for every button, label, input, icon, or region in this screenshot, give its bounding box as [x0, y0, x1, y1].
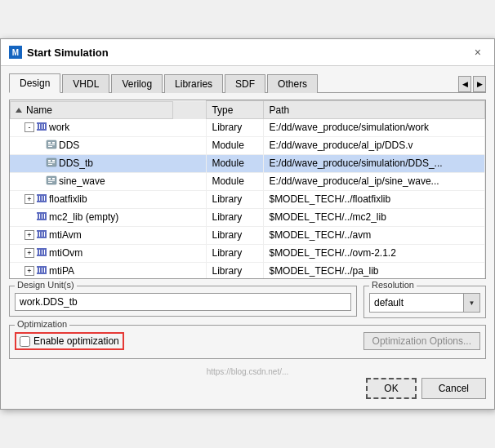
table-row[interactable]: DDSModuleE:/dd/wave_produce/al_ip/DDS.v	[10, 136, 485, 154]
library-icon	[36, 264, 47, 278]
svg-rect-32	[37, 212, 47, 214]
row-path: $MODEL_TECH/../avm	[264, 226, 485, 244]
svg-rect-21	[37, 201, 47, 202]
row-type: Library	[207, 262, 264, 279]
tabs-container: Design VHDL Verilog Libraries SDF Others…	[9, 73, 486, 93]
resolution-select[interactable]: default 1ns 1ps 1fs	[370, 295, 463, 311]
svg-rect-17	[48, 178, 51, 180]
library-icon	[36, 121, 47, 135]
svg-rect-26	[37, 194, 47, 196]
row-name: mc2_lib (empty)	[49, 211, 118, 223]
svg-rect-37	[45, 231, 47, 237]
svg-rect-24	[42, 195, 44, 201]
col-header-name: Name	[16, 104, 52, 116]
row-path: E:/dd/wave_produce/al_ip/DDS.v	[264, 136, 485, 154]
tree-expand-btn[interactable]: +	[25, 266, 34, 276]
svg-rect-41	[40, 249, 42, 255]
resolution-label: Resolution	[369, 280, 417, 290]
tab-nav-right[interactable]: ▶	[473, 76, 486, 92]
table-row[interactable]: + mtiPALibrary$MODEL_TECH/../pa_lib	[10, 262, 485, 279]
optimization-section: Optimization Enable optimization Optimiz…	[9, 325, 486, 359]
table-row[interactable]: sine_waveModuleE:/dd/wave_produce/al_ip/…	[10, 172, 485, 190]
module-icon	[46, 157, 57, 171]
svg-rect-30	[42, 213, 44, 219]
svg-rect-10	[48, 146, 52, 147]
tree-expand-btn[interactable]: +	[25, 194, 34, 204]
table-row[interactable]: + floatfixlibLibrary$MODEL_TECH/../float…	[10, 190, 485, 208]
svg-rect-2	[40, 123, 42, 129]
optimization-label: Optimization	[15, 319, 69, 329]
tree-expand-btn[interactable]: -	[25, 122, 34, 132]
enable-optimization-checkbox[interactable]	[20, 336, 30, 347]
file-tree-table[interactable]: Name Type Path - workLibraryE:/dd/wave_p…	[9, 100, 486, 279]
table-row[interactable]: mc2_lib (empty)Library$MODEL_TECH/../mc2…	[10, 208, 485, 226]
svg-rect-15	[48, 164, 52, 165]
table-row[interactable]: - workLibraryE:/dd/wave_produce/simulati…	[10, 119, 485, 137]
app-icon: M	[9, 46, 22, 59]
svg-rect-22	[38, 195, 39, 201]
svg-rect-44	[37, 248, 47, 250]
library-icon	[36, 228, 47, 242]
svg-rect-7	[48, 142, 51, 144]
cancel-button[interactable]: Cancel	[421, 378, 486, 399]
svg-rect-1	[38, 123, 39, 129]
svg-rect-31	[45, 213, 47, 219]
svg-rect-19	[48, 180, 55, 181]
svg-rect-49	[45, 267, 47, 273]
row-path: E:/dd/wave_produce/simulation/DDS_...	[264, 154, 485, 172]
svg-rect-39	[37, 255, 47, 256]
library-icon	[36, 211, 47, 224]
row-type: Module	[207, 154, 264, 172]
svg-rect-46	[38, 267, 39, 273]
design-unit-group: Design Unit(s)	[9, 286, 357, 317]
library-icon	[36, 246, 47, 260]
svg-rect-18	[52, 178, 55, 180]
optimization-options-button[interactable]: Optimization Options...	[363, 332, 480, 350]
col-header-type: Type	[207, 101, 264, 119]
enable-optimization-label[interactable]: Enable optimization	[15, 332, 124, 350]
optimization-row: Enable optimization Optimization Options…	[15, 332, 480, 350]
svg-rect-34	[38, 231, 39, 237]
tab-verilog[interactable]: Verilog	[111, 74, 163, 93]
row-name: DDS	[59, 140, 79, 151]
tab-vhdl[interactable]: VHDL	[62, 74, 109, 93]
row-name: mtiAvm	[49, 229, 82, 241]
sort-icon	[16, 108, 22, 113]
svg-rect-40	[38, 249, 39, 255]
close-button[interactable]: ×	[470, 44, 486, 60]
svg-rect-38	[37, 230, 47, 232]
tab-sdf[interactable]: SDF	[225, 74, 265, 93]
dialog-buttons: OK Cancel	[9, 378, 486, 402]
svg-rect-25	[45, 195, 47, 201]
svg-rect-4	[45, 123, 47, 129]
row-name: sine_wave	[59, 175, 105, 187]
table-row[interactable]: + mtiAvmLibrary$MODEL_TECH/../avm	[10, 226, 485, 244]
tab-design[interactable]: Design	[9, 73, 60, 93]
row-name: DDS_tb	[59, 157, 93, 169]
enable-optimization-text: Enable optimization	[33, 335, 119, 347]
tab-libraries[interactable]: Libraries	[164, 74, 223, 93]
module-icon	[46, 139, 57, 153]
svg-rect-20	[48, 182, 52, 183]
svg-rect-3	[42, 123, 44, 129]
svg-rect-28	[38, 213, 39, 219]
start-simulation-dialog: M Start Simulation × Design VHDL Verilog…	[0, 38, 495, 410]
svg-rect-45	[37, 273, 47, 274]
svg-rect-29	[40, 213, 42, 219]
tab-others[interactable]: Others	[267, 74, 318, 93]
svg-rect-43	[45, 249, 47, 255]
dialog-title: Start Simulation	[27, 47, 109, 59]
design-unit-input[interactable]	[15, 293, 351, 311]
tab-nav-left[interactable]: ◀	[458, 76, 471, 92]
ok-button[interactable]: OK	[366, 378, 416, 399]
svg-rect-5	[37, 122, 47, 124]
tree-expand-btn[interactable]: +	[25, 248, 34, 258]
table-row[interactable]: + mtiOvmLibrary$MODEL_TECH/../ovm-2.1.2	[10, 244, 485, 262]
tree-expand-btn[interactable]: +	[25, 230, 34, 240]
row-type: Library	[207, 244, 264, 262]
title-bar: M Start Simulation ×	[1, 39, 494, 66]
row-name: mtiOvm	[49, 247, 82, 259]
svg-rect-27	[37, 219, 47, 220]
resolution-select-arrow[interactable]	[463, 294, 479, 312]
table-row[interactable]: DDS_tbModuleE:/dd/wave_produce/simulatio…	[10, 154, 485, 172]
